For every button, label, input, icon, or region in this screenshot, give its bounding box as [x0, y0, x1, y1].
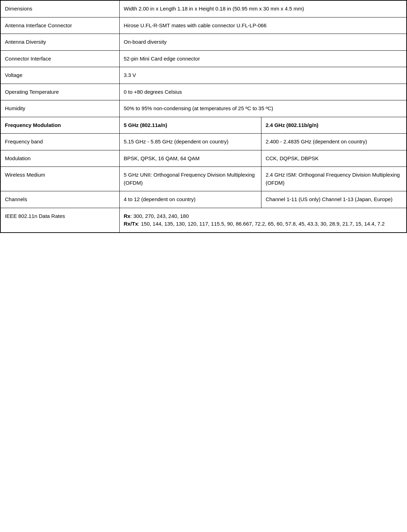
row-value: Hirose U.FL-R-SMT mates with cable conne…	[119, 17, 407, 34]
specs-table: DimensionsWidth 2.00 in x Length 1.18 in…	[0, 0, 407, 233]
table-row: Channels4 to 12 (dependent on country)Ch…	[0, 191, 407, 208]
row-label: Frequency band	[0, 134, 119, 150]
table-row: Antenna Interface ConnectorHirose U.FL-R…	[0, 17, 407, 34]
row-col2: 2.4 GHz ISM: Orthogonal Frequency Divisi…	[261, 167, 407, 191]
table-row: Connector Interface52-pin Mini Card edge…	[0, 50, 407, 67]
row-value: Rx: 300, 270, 243, 240, 180Rx/Tx: 150, 1…	[119, 208, 407, 233]
table-row: Frequency band5.15 GHz - 5.85 GHz (depen…	[0, 134, 407, 150]
row-label: Connector Interface	[0, 50, 119, 67]
table-row: IEEE 802.11n Data RatesRx: 300, 270, 243…	[0, 208, 407, 233]
table-row: DimensionsWidth 2.00 in x Length 1.18 in…	[0, 0, 407, 17]
row-label: Frequency Modulation	[0, 117, 119, 134]
row-col1-header: 5 GHz (802.11a/n)	[119, 117, 261, 134]
row-col2: Channel 1-11 (US only) Channel 1-13 (Jap…	[261, 191, 407, 208]
row-col1: 5 GHz UNII: Orthogonal Frequency Divisio…	[119, 167, 261, 191]
table-row: ModulationBPSK, QPSK, 16 QAM, 64 QAMCCK,…	[0, 150, 407, 167]
row-value: 0 to +80 degrees Celsius	[119, 84, 407, 100]
row-label: Dimensions	[0, 0, 119, 17]
row-value: 50% to 95% non-condensing (at temperatur…	[119, 100, 407, 117]
row-col2: CCK, DQPSK, DBPSK	[261, 150, 407, 167]
row-col1: 5.15 GHz - 5.85 GHz (dependent on countr…	[119, 134, 261, 150]
row-label: IEEE 802.11n Data Rates	[0, 208, 119, 233]
row-label: Modulation	[0, 150, 119, 167]
row-label: Voltage	[0, 67, 119, 84]
table-header-row: Frequency Modulation5 GHz (802.11a/n)2.4…	[0, 117, 407, 134]
row-col2-header: 2.4 GHz (802.11b/g/n)	[261, 117, 407, 134]
table-row: Operating Temperature0 to +80 degrees Ce…	[0, 84, 407, 100]
row-label: Wireless Medium	[0, 167, 119, 191]
row-label: Antenna Interface Connector	[0, 17, 119, 34]
table-row: Antenna DiversityOn-board diversity	[0, 34, 407, 51]
row-col1: 4 to 12 (dependent on country)	[119, 191, 261, 208]
row-value: On-board diversity	[119, 34, 407, 51]
row-col2: 2.400 - 2.4835 GHz (dependent on country…	[261, 134, 407, 150]
row-label: Antenna Diversity	[0, 34, 119, 51]
row-value: 3.3 V	[119, 67, 407, 84]
row-label: Channels	[0, 191, 119, 208]
row-label: Operating Temperature	[0, 84, 119, 100]
table-row: Wireless Medium5 GHz UNII: Orthogonal Fr…	[0, 167, 407, 191]
row-col1: BPSK, QPSK, 16 QAM, 64 QAM	[119, 150, 261, 167]
row-label: Humidity	[0, 100, 119, 117]
row-value: 52-pin Mini Card edge connector	[119, 50, 407, 67]
row-value: Width 2.00 in x Length 1.18 in x Height …	[119, 0, 407, 17]
table-row: Humidity50% to 95% non-condensing (at te…	[0, 100, 407, 117]
table-row: Voltage3.3 V	[0, 67, 407, 84]
